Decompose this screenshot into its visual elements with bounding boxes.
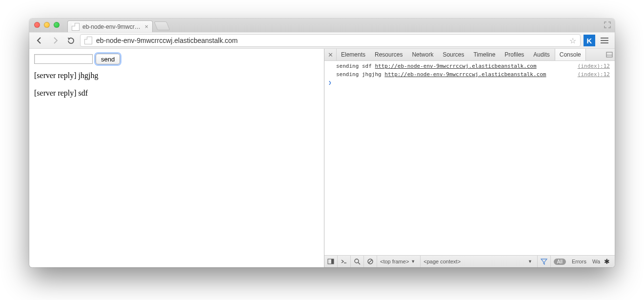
console-prompt[interactable]: ❯ bbox=[324, 79, 615, 87]
devtools-tab-audits[interactable]: Audits bbox=[529, 49, 554, 60]
show-console-button[interactable] bbox=[338, 256, 351, 267]
console-source[interactable]: (index):12 bbox=[578, 63, 610, 69]
browser-toolbar: eb-node-env-9mwcrrccwj.elasticbeanstalk.… bbox=[29, 32, 615, 49]
console-row: sending jhgjhg http://eb-node-env-9mwcrr… bbox=[324, 70, 615, 79]
message-input[interactable] bbox=[34, 54, 93, 64]
svg-point-5 bbox=[355, 259, 359, 263]
forward-button[interactable] bbox=[49, 34, 61, 47]
devtools-tab-timeline[interactable]: Timeline bbox=[469, 49, 500, 60]
window-controls bbox=[34, 22, 60, 28]
window-close-button[interactable] bbox=[34, 22, 40, 28]
svg-rect-0 bbox=[606, 52, 612, 57]
back-button[interactable] bbox=[33, 34, 46, 47]
devtools-tab-console[interactable]: Console bbox=[555, 49, 586, 60]
browser-tab[interactable]: eb-node-env-9mwcrrccwj × bbox=[67, 20, 153, 32]
devtools-tab-resources[interactable]: Resources bbox=[370, 49, 407, 60]
bookmark-star-icon[interactable]: ☆ bbox=[569, 36, 576, 45]
devtools-close-button[interactable]: ✕ bbox=[324, 49, 337, 60]
console-source[interactable]: (index):12 bbox=[578, 71, 610, 78]
server-reply: [server reply] jhgjhg bbox=[34, 71, 319, 80]
url-text: eb-node-env-9mwcrrccwj.elasticbeanstalk.… bbox=[96, 37, 565, 44]
console-text: sending sdf bbox=[336, 63, 372, 69]
window-expand-icon[interactable] bbox=[604, 21, 611, 28]
window-zoom-button[interactable] bbox=[54, 22, 60, 28]
menu-button[interactable] bbox=[598, 34, 611, 47]
devtools-tab-profiles[interactable]: Profiles bbox=[500, 49, 529, 60]
address-bar[interactable]: eb-node-env-9mwcrrccwj.elasticbeanstalk.… bbox=[80, 34, 581, 47]
search-button[interactable] bbox=[351, 256, 364, 267]
dock-side-button[interactable] bbox=[324, 256, 338, 267]
console-link[interactable]: http://eb-node-env-9mwcrrccwj.elasticbea… bbox=[375, 63, 536, 69]
devtools-tab-sources[interactable]: Sources bbox=[438, 49, 469, 60]
devtools-footer: <top frame> ▼ <page context> ▼ All Error… bbox=[324, 255, 615, 267]
tab-close-button[interactable]: × bbox=[144, 23, 148, 30]
filter-all[interactable]: All bbox=[554, 259, 566, 265]
settings-gear-icon[interactable]: ✱ bbox=[601, 258, 613, 265]
console-link[interactable]: http://eb-node-env-9mwcrrccwj.elasticbea… bbox=[384, 71, 546, 78]
page-icon bbox=[84, 37, 92, 44]
chevron-down-icon: ▼ bbox=[411, 259, 415, 264]
svg-line-6 bbox=[358, 262, 360, 264]
frame-select-label: <top frame> bbox=[380, 259, 409, 264]
window-minimize-button[interactable] bbox=[44, 22, 50, 28]
clear-console-button[interactable] bbox=[364, 256, 377, 267]
extension-button[interactable]: K bbox=[584, 35, 595, 46]
svg-line-8 bbox=[369, 260, 372, 263]
tab-title: eb-node-env-9mwcrrccwj bbox=[82, 23, 141, 30]
tab-strip: eb-node-env-9mwcrrccwj × bbox=[29, 19, 615, 32]
browser-window: eb-node-env-9mwcrrccwj × eb-node-env-9mw… bbox=[29, 19, 615, 267]
devtools-console[interactable]: sending sdf http://eb-node-env-9mwcrrccw… bbox=[324, 61, 615, 255]
reload-button[interactable] bbox=[64, 34, 77, 47]
devtools-drawer-button[interactable] bbox=[604, 49, 615, 60]
server-reply: [server reply] sdf bbox=[34, 89, 319, 98]
devtools-tab-elements[interactable]: Elements bbox=[337, 49, 370, 60]
page-content: send [server reply] jhgjhg [server reply… bbox=[29, 49, 324, 267]
filter-warnings[interactable]: Wa bbox=[589, 259, 601, 264]
filter-errors[interactable]: Errors bbox=[569, 259, 589, 264]
devtools-tab-network[interactable]: Network bbox=[407, 49, 438, 60]
svg-rect-3 bbox=[331, 259, 334, 264]
frame-select[interactable]: <top frame> ▼ bbox=[377, 256, 421, 267]
send-button[interactable]: send bbox=[96, 54, 120, 64]
devtools-panel: ✕ Elements Resources Network Sources Tim… bbox=[324, 49, 615, 267]
console-text: sending jhgjhg bbox=[336, 71, 382, 78]
filter-button[interactable] bbox=[538, 256, 551, 267]
context-select[interactable]: <page context> ▼ bbox=[421, 256, 538, 267]
input-row: send bbox=[34, 54, 319, 64]
new-tab-button[interactable] bbox=[154, 21, 170, 30]
body-split: send [server reply] jhgjhg [server reply… bbox=[29, 49, 615, 267]
context-select-label: <page context> bbox=[423, 259, 461, 264]
tab-favicon bbox=[72, 23, 80, 31]
console-row: sending sdf http://eb-node-env-9mwcrrccw… bbox=[324, 62, 615, 70]
devtools-tabs: ✕ Elements Resources Network Sources Tim… bbox=[324, 49, 615, 61]
chevron-down-icon: ▼ bbox=[528, 259, 532, 264]
